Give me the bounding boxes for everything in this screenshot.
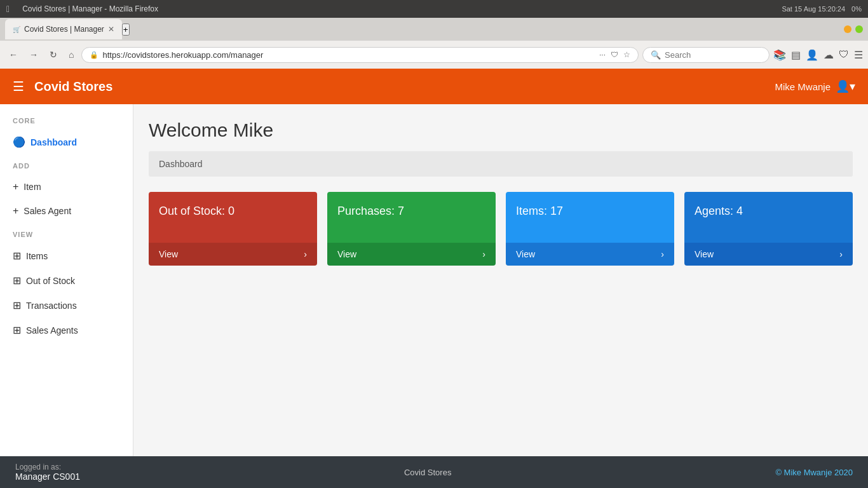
sidebar-item-add-item[interactable]: + Item [0, 175, 133, 199]
grid-icon-transactions: ⊞ [13, 299, 21, 311]
card-out-of-stock-body: Out of Stock: 0 [149, 192, 317, 243]
sidebar-item-dashboard[interactable]: 🔵 Dashboard [0, 130, 133, 154]
footer-copyright: © Mike Mwanje 2020 [775, 468, 853, 477]
browser-toolbar-icons: 📚 ▤ 👤 ☁ 🛡 ☰ [773, 49, 863, 61]
browser-chrome:  Covid Stores | Manager - Mozilla Firef… [0, 0, 868, 69]
tab-favicon: 🛒 [13, 26, 20, 33]
address-bar-icons: ··· 🛡 ☆ [599, 50, 630, 59]
sidebar-item-label: Item [24, 182, 41, 192]
sidebar-section-core: CORE [0, 117, 133, 130]
star-icon[interactable]: ☆ [623, 50, 630, 59]
card-purchases-arrow: › [482, 249, 485, 259]
user-section: Mike Mwanje 👤▾ [775, 79, 855, 93]
card-items: Items: 17 View › [506, 192, 674, 266]
account-icon[interactable]: 👤 [806, 49, 818, 61]
reading-mode-icon[interactable]: ▤ [791, 49, 801, 61]
username-display: Mike Mwanje [775, 81, 831, 92]
address-bar[interactable]: 🔒 https://covidstores.herokuapp.com/mana… [81, 47, 639, 63]
browser-title-bar:  Covid Stores | Manager - Mozilla Firef… [0, 0, 868, 18]
main-area: CORE 🔵 Dashboard ADD + Item + Sales Agen… [0, 104, 868, 456]
grid-icon-items: ⊞ [13, 250, 21, 262]
card-agents-view-label: View [695, 249, 714, 259]
browser-search-bar[interactable]: 🔍 [642, 47, 770, 63]
card-purchases: Purchases: 7 View › [327, 192, 496, 266]
sidebar: CORE 🔵 Dashboard ADD + Item + Sales Agen… [0, 104, 133, 456]
sidebar-section-view: VIEW [0, 231, 133, 243]
app-footer: Logged in as: Manager CS001 Covid Stores… [0, 456, 868, 488]
dashboard-icon: 🔵 [13, 136, 25, 148]
footer-brand: Covid Stores [404, 468, 451, 477]
user-avatar-icon[interactable]: 👤▾ [836, 79, 855, 93]
card-out-of-stock-title: Out of Stock: 0 [159, 205, 234, 217]
plus-icon-agent: + [13, 205, 18, 217]
datetime-display: Sat 15 Aug 15:20:24 [782, 5, 845, 13]
sidebar-item-label: Items [26, 251, 48, 261]
sidebar-item-items[interactable]: ⊞ Items [0, 243, 133, 268]
maximize-button[interactable] [855, 25, 863, 33]
card-purchases-footer[interactable]: View › [327, 243, 496, 266]
card-agents-arrow: › [839, 249, 843, 259]
search-input[interactable] [665, 50, 761, 60]
sidebar-item-add-sales-agent[interactable]: + Sales Agent [0, 199, 133, 223]
card-out-of-stock: Out of Stock: 0 View › [149, 192, 317, 266]
sidebar-item-label: Sales Agents [26, 325, 78, 336]
card-out-of-stock-footer[interactable]: View › [149, 243, 317, 266]
battery-display: 0% [851, 5, 862, 13]
minimize-button[interactable] [844, 25, 851, 33]
grid-icon-out-of-stock: ⊞ [13, 274, 21, 287]
logged-as-value: Manager CS001 [15, 471, 80, 482]
brand-name: Covid Stores [34, 79, 775, 94]
sidebar-item-transactions[interactable]: ⊞ Transactions [0, 293, 133, 318]
app-wrapper: ☰ Covid Stores Mike Mwanje 👤▾ CORE 🔵 Das… [0, 69, 868, 488]
library-icon[interactable]: 📚 [773, 49, 786, 61]
logged-as-label: Logged in as: [15, 463, 80, 471]
card-out-of-stock-view-label: View [159, 249, 178, 259]
breadcrumb: Dashboard [149, 151, 853, 177]
card-agents-footer[interactable]: View › [684, 243, 853, 266]
card-items-arrow: › [661, 249, 664, 259]
sync-icon[interactable]: ☁ [824, 49, 834, 61]
sidebar-item-label: Transactions [26, 301, 77, 311]
more-options-icon[interactable]: ··· [599, 50, 606, 59]
new-tab-button[interactable]: + [122, 24, 130, 36]
card-agents-title: Agents: 4 [695, 205, 743, 217]
sidebar-item-sales-agents[interactable]: ⊞ Sales Agents [0, 318, 133, 342]
top-nav: ☰ Covid Stores Mike Mwanje 👤▾ [0, 69, 868, 104]
card-items-view-label: View [516, 249, 535, 259]
window-controls [844, 25, 863, 33]
card-purchases-body: Purchases: 7 [327, 192, 496, 243]
bookmark-shield-icon[interactable]: 🛡 [611, 50, 618, 59]
plus-icon-item: + [13, 181, 18, 193]
sidebar-item-out-of-stock[interactable]: ⊞ Out of Stock [0, 268, 133, 293]
lock-icon: 🔒 [90, 51, 98, 59]
card-items-title: Items: 17 [516, 205, 563, 217]
main-content: Welcome Mike Dashboard Out of Stock: 0 V… [133, 104, 868, 456]
sidebar-item-label: Sales Agent [24, 206, 71, 216]
reload-button[interactable]: ↻ [46, 47, 61, 62]
card-items-footer[interactable]: View › [506, 243, 674, 266]
card-agents-body: Agents: 4 [684, 192, 853, 243]
browser-title: Covid Stores | Manager - Mozilla Firefox [22, 4, 158, 13]
card-purchases-title: Purchases: 7 [337, 205, 404, 217]
menu-toggle-button[interactable]: ☰ [13, 79, 24, 94]
back-button[interactable]: ← [5, 47, 22, 62]
card-purchases-view-label: View [337, 249, 356, 259]
tab-close-button[interactable]: ✕ [108, 25, 114, 34]
hamburger-menu-icon[interactable]: ☰ [854, 49, 863, 61]
sidebar-section-add: ADD [0, 162, 133, 175]
shield-icon[interactable]: 🛡 [839, 49, 849, 60]
search-icon: 🔍 [651, 50, 661, 60]
browser-tab-active[interactable]: 🛒 Covid Stores | Manager ✕ [5, 19, 122, 39]
card-agents: Agents: 4 View › [684, 192, 853, 266]
footer-logged-in: Logged in as: Manager CS001 [15, 463, 80, 482]
home-button[interactable]: ⌂ [65, 47, 78, 62]
sidebar-item-label: Out of Stock [26, 276, 75, 286]
forward-button[interactable]: → [25, 47, 42, 62]
page-title: Welcome Mike [149, 119, 853, 141]
system-tray: Sat 15 Aug 15:20:24 0% [782, 5, 862, 13]
apple-icon:  [6, 4, 10, 14]
sidebar-item-label: Dashboard [31, 137, 77, 147]
browser-tab-bar: 🛒 Covid Stores | Manager ✕ + [0, 18, 868, 41]
tab-label: Covid Stores | Manager [24, 25, 104, 34]
dashboard-cards: Out of Stock: 0 View › Purchases: 7 View… [149, 192, 853, 266]
